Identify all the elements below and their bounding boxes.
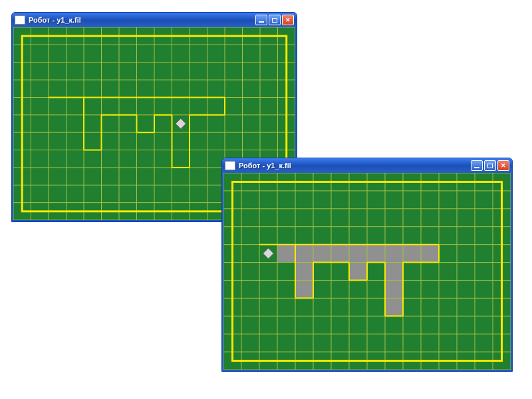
app-window: Робот - y1_к.fil [221, 158, 513, 372]
painted-cell [385, 280, 403, 298]
painted-cell [421, 245, 439, 263]
titlebar[interactable]: Робот - y1_к.fil [222, 158, 512, 173]
painted-cell [295, 280, 313, 298]
maximize-button[interactable] [484, 160, 496, 171]
app-icon [225, 161, 235, 170]
painted-cell [385, 245, 403, 263]
painted-cell [367, 245, 385, 263]
app-icon [15, 15, 25, 25]
painted-cell [295, 245, 313, 263]
painted-cell [385, 263, 403, 281]
painted-cell [403, 245, 421, 263]
window-title: Робот - y1_к.fil [239, 162, 471, 170]
painted-cell [349, 245, 367, 263]
minimize-button[interactable] [471, 160, 483, 171]
field[interactable] [222, 173, 512, 371]
close-button[interactable] [282, 15, 294, 25]
painted-cell [349, 263, 367, 281]
window-title: Робот - y1_к.fil [29, 16, 255, 24]
painted-cell [385, 298, 403, 316]
minimize-button[interactable] [255, 15, 267, 25]
painted-cell [313, 245, 331, 263]
maximize-button[interactable] [269, 15, 281, 25]
window-buttons [255, 15, 294, 25]
painted-cell [331, 245, 349, 263]
titlebar[interactable]: Робот - y1_к.fil [12, 13, 297, 27]
painted-cell [295, 263, 313, 281]
close-button[interactable] [497, 160, 509, 171]
window-buttons [471, 160, 509, 171]
painted-cell [277, 245, 295, 263]
